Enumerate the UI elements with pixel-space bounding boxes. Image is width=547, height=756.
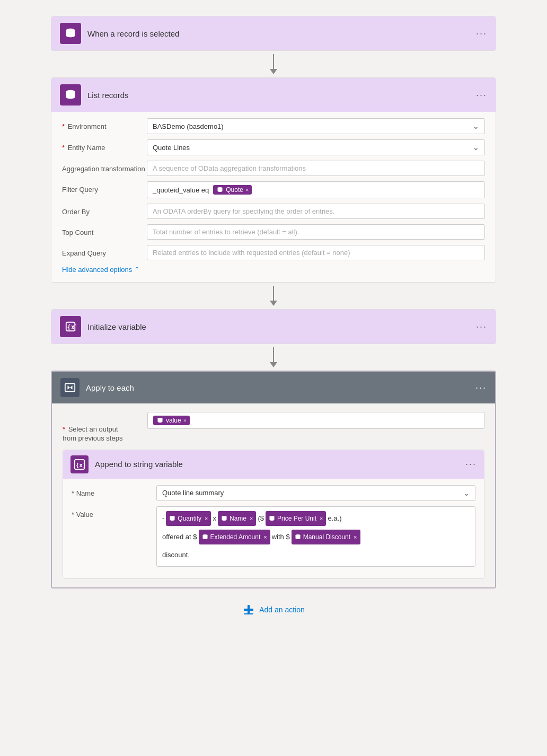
append-string-variable-header[interactable]: {x} Append to string variable ··· [63, 450, 484, 479]
append-string-icon: {x} [70, 455, 89, 473]
apply-to-each-body: * Select an outputfrom previous steps [52, 403, 495, 587]
list-records-icon [60, 84, 81, 106]
top-count-input[interactable]: Total number of entries to retrieve (def… [147, 224, 485, 240]
value-token-chip: value × [153, 416, 190, 425]
svg-rect-15 [248, 605, 250, 614]
list-records-menu[interactable]: ··· [476, 90, 487, 101]
required-star-entity: * [62, 144, 65, 152]
initialize-variable-header[interactable]: {x} Initialize variable ··· [51, 310, 496, 344]
value-row: * Value - Quantity × x Name × ($ Price P… [72, 506, 475, 567]
environment-dropdown[interactable]: BASDemo (basdemo1) ⌄ [147, 118, 485, 134]
price-per-unit-token: Price Per Unit × [266, 511, 326, 526]
name-field-label: * Name [72, 485, 156, 498]
top-count-label: Top Count [62, 224, 147, 238]
filter-query-input[interactable]: _quoteid_value eq Quote × [147, 181, 485, 198]
expand-query-placeholder: Related entries to include with requeste… [153, 249, 350, 257]
append-string-title: Append to string variable [95, 460, 465, 469]
filter-query-row: Filter Query _quoteid_value eq Quo [62, 181, 485, 198]
entity-name-row: * Entity Name Quote Lines ⌄ [62, 139, 485, 155]
filter-query-token-label: Quote [226, 186, 243, 194]
variable-icon: {x} [65, 321, 76, 332]
list-records-card: List records ··· * Environment BASDemo (… [51, 77, 496, 283]
entity-name-label: * Entity Name [62, 139, 147, 153]
initialize-variable-title: Initialize variable [87, 322, 476, 331]
filter-query-token: Quote × [213, 185, 252, 195]
chevron-down-icon-2: ⌄ [473, 143, 479, 152]
expand-query-row: Expand Query Related entries to include … [62, 245, 485, 260]
order-by-row: Order By An ODATA orderBy query for spec… [62, 204, 485, 219]
arrow-1 [270, 51, 277, 77]
append-string-body: * Name Quote line summary ⌄ * Value - Qu… [63, 479, 484, 578]
add-action-svg-icon [242, 603, 255, 616]
add-action-button[interactable]: Add an action [234, 599, 313, 620]
top-count-row: Top Count Total number of entries to ret… [62, 224, 485, 240]
list-records-header[interactable]: List records ··· [51, 78, 496, 112]
apply-to-each-icon [60, 378, 80, 397]
database-icon-2 [65, 89, 76, 101]
select-output-row: * Select an outputfrom previous steps [63, 412, 484, 443]
filter-query-close-icon[interactable]: × [245, 187, 249, 193]
environment-label: * Environment [62, 118, 147, 131]
aggregation-row: Aggregation transformation A sequence of… [62, 161, 485, 176]
chevron-down-icon: ⌄ [473, 122, 479, 130]
add-action-label: Add an action [259, 605, 305, 614]
database-chip-icon [216, 186, 224, 194]
initialize-variable-icon: {x} [60, 316, 81, 337]
order-by-placeholder: An ODATA orderBy query for specifying th… [153, 207, 334, 215]
manual-discount-token: Manual Discount × [292, 530, 360, 544]
loop-icon [64, 382, 76, 393]
quantity-token: Quantity × [166, 511, 211, 526]
trigger-card-header[interactable]: When a record is selected ··· [51, 16, 496, 50]
expand-query-input[interactable]: Related entries to include with requeste… [147, 245, 485, 260]
select-output-label: * Select an outputfrom previous steps [63, 412, 147, 443]
list-records-body: * Environment BASDemo (basdemo1) ⌄ * Ent… [51, 112, 496, 282]
trigger-card-menu[interactable]: ··· [476, 28, 487, 39]
expand-query-label: Expand Query [62, 245, 147, 258]
hide-advanced-label: Hide advanced options [62, 266, 132, 274]
entity-name-dropdown[interactable]: Quote Lines ⌄ [147, 139, 485, 155]
initialize-variable-card: {x} Initialize variable ··· [51, 309, 496, 344]
svg-text:{x}: {x} [76, 461, 85, 468]
apply-to-each-title: Apply to each [86, 383, 475, 392]
initialize-variable-menu[interactable]: ··· [476, 321, 487, 332]
order-by-input[interactable]: An ODATA orderBy query for specifying th… [147, 204, 485, 219]
value-field-content[interactable]: - Quantity × x Name × ($ Price Per Unit … [156, 506, 475, 567]
name-row: * Name Quote line summary ⌄ [72, 485, 475, 501]
name-chevron-icon: ⌄ [463, 489, 470, 497]
top-count-placeholder: Total number of entries to retrieve (def… [153, 228, 299, 236]
svg-rect-16 [244, 613, 253, 614]
append-string-variable-card: {x} Append to string variable ··· * Name… [63, 450, 484, 579]
append-string-menu[interactable]: ··· [465, 459, 477, 470]
value-token-db-icon [156, 417, 164, 424]
value-token-label: value [166, 417, 181, 424]
apply-to-each-header[interactable]: Apply to each ··· [52, 372, 495, 403]
required-star-env: * [62, 122, 65, 130]
name-token: Name × [218, 511, 256, 526]
aggregation-label: Aggregation transformation [62, 161, 147, 174]
database-icon [65, 28, 76, 39]
variable-icon-2: {x} [74, 459, 85, 470]
aggregation-input[interactable]: A sequence of OData aggregation transfor… [147, 161, 485, 176]
arrow-3 [270, 344, 277, 371]
entity-name-value: Quote Lines [153, 144, 190, 152]
apply-to-each-menu[interactable]: ··· [475, 382, 487, 393]
name-dropdown[interactable]: Quote line summary ⌄ [156, 485, 475, 501]
trigger-card-icon [60, 23, 81, 44]
apply-to-each-card: Apply to each ··· * Select an outputfrom… [51, 371, 496, 588]
hide-advanced-link[interactable]: Hide advanced options ⌃ [62, 266, 485, 274]
order-by-label: Order By [62, 204, 147, 217]
value-token-close-icon[interactable]: × [183, 417, 187, 424]
svg-text:{x}: {x} [67, 323, 76, 331]
caret-up-icon: ⌃ [134, 266, 140, 274]
add-action-icon [242, 603, 255, 616]
environment-row: * Environment BASDemo (basdemo1) ⌄ [62, 118, 485, 134]
aggregation-placeholder: A sequence of OData aggregation transfor… [153, 164, 306, 172]
select-output-input[interactable]: value × [147, 412, 484, 429]
filter-query-prefix: _quoteid_value eq [153, 186, 209, 194]
page-container: When a record is selected ··· List recor… [0, 0, 547, 756]
arrow-2 [270, 283, 277, 309]
filter-query-label: Filter Query [62, 181, 147, 195]
environment-value: BASDemo (basdemo1) [153, 122, 224, 130]
value-field-label: * Value [72, 506, 156, 520]
trigger-card: When a record is selected ··· [51, 16, 496, 51]
